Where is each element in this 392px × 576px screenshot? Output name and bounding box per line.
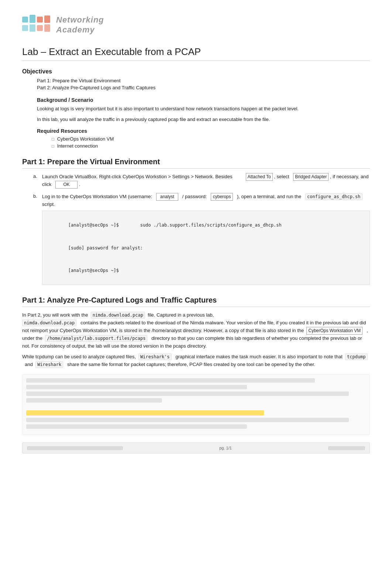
part1b-username: analyst <box>156 193 178 201</box>
part1-item-a: a. Launch Oracle VirtualBox. Right-click… <box>33 173 370 189</box>
resources-subsection: Required Resources CyberOps Workstation … <box>37 128 370 149</box>
background-para2: In this lab, you will analyze the traffi… <box>37 116 370 124</box>
part2-para2: While tcpdump can be used to analyze cap… <box>22 353 370 369</box>
blurred-line-3 <box>26 392 349 396</box>
part1b-code-line3: [analyst@secOps ~]$ <box>68 268 119 273</box>
logo-area: Networking Academy <box>22 15 370 35</box>
part1a-text-before: Launch Oracle VirtualBox. Right-click Cy… <box>42 174 232 179</box>
part1a-text-after: , select <box>274 174 289 179</box>
blurred-line-6 <box>26 424 247 429</box>
part2-para2-before: While tcpdump can be used to analyze cap… <box>22 354 136 359</box>
logo-text: Networking Academy <box>56 15 104 34</box>
part1-label-a: a. <box>33 173 42 179</box>
svg-rect-1 <box>30 15 35 23</box>
cisco-logo-icon <box>22 15 52 35</box>
part2-pcap-file: nimda.download.pcap <box>91 312 145 318</box>
part1b-text-before: Log in to the CyberOps Workstation VM (u… <box>42 194 152 199</box>
part1-content-b: Log in to the CyberOps Workstation VM (u… <box>42 193 370 287</box>
logo-line2: Academy <box>56 25 104 34</box>
background-subsection: Background / Scenario Looking at logs is… <box>37 97 370 124</box>
part1b-code-block: [analyst@secOps ~]$ sudo ./lab.support.f… <box>42 211 370 285</box>
background-para1: Looking at logs is very important but it… <box>37 105 370 113</box>
part1a-ok: OK <box>55 181 78 189</box>
part2-body: In Part 2, you will work with the nimda.… <box>22 311 370 368</box>
svg-rect-4 <box>22 25 28 31</box>
blurred-line-4 <box>26 398 162 403</box>
part2-para1-after: file. Captured in a previous lab, <box>148 312 214 318</box>
svg-rect-7 <box>44 24 50 32</box>
svg-rect-5 <box>30 24 35 32</box>
objectives-item-2: Part 2: Analyze Pre-Captured Logs and Tr… <box>37 85 370 90</box>
part2-para2-end: share the same file format for packet ca… <box>67 362 315 367</box>
resources-list: CyberOps Workstation VM Internet connect… <box>52 136 370 149</box>
svg-rect-6 <box>37 25 43 31</box>
objectives-section: Objectives Part 1: Prepare the Virtual E… <box>22 68 370 90</box>
objectives-item-1: Part 1: Prepare the Virtual Environment <box>37 78 370 83</box>
part1b-password: cyberops <box>211 193 233 201</box>
part2-heading: Part 1: Analyze Pre-Captured Logs and Tr… <box>22 296 370 307</box>
part2-nimda-file: nimda.download.pcap <box>22 320 76 326</box>
objectives-heading: Objectives <box>22 68 370 75</box>
part2-dir-path: /home/analyst/lab.support.files/pcaps <box>45 335 147 342</box>
part2-wireshark: Wireshark's <box>138 353 171 360</box>
footer-bar: pg. 1/1 <box>22 442 370 453</box>
background-heading: Background / Scenario <box>37 97 370 103</box>
resource-item-1: CyberOps Workstation VM <box>52 136 370 142</box>
part2-tcpdump2: tcpdump <box>345 353 368 360</box>
blurred-line-1 <box>26 378 315 383</box>
resources-heading: Required Resources <box>37 128 370 134</box>
footer-center-text: pg. 1/1 <box>219 446 232 450</box>
footer-right-text <box>328 446 365 450</box>
part2-para1-before: In Part 2, you will work with the <box>22 312 88 318</box>
part1b-slash: / password: <box>182 194 207 199</box>
svg-rect-2 <box>37 17 43 23</box>
part1-item-b: b. Log in to the CyberOps Workstation VM… <box>33 193 370 287</box>
part1a-text-final: . <box>79 182 80 187</box>
part2-para2-mid: graphical interface makes the task much … <box>175 354 342 359</box>
part1b-script: configure_as_dhcp.sh <box>305 193 362 200</box>
svg-rect-0 <box>22 17 28 23</box>
blurred-line-2 <box>26 385 247 389</box>
blurred-terminal-block <box>22 374 370 435</box>
part1a-attached-to: Attached To <box>246 173 273 181</box>
resource-item-2: Internet connection <box>52 143 370 149</box>
part1b-text-after: ), open a terminal, and run the <box>237 194 301 199</box>
part2-para1: In Part 2, you will work with the nimda.… <box>22 311 370 350</box>
part1-heading: Part 1: Prepare the Virtual Environment <box>22 158 370 169</box>
logo-line1: Networking <box>56 15 104 24</box>
part2-and: and <box>25 362 33 367</box>
part1-list: a. Launch Oracle VirtualBox. Right-click… <box>33 173 370 287</box>
part1b-code-line2: [sudo] password for analyst: <box>68 245 143 251</box>
part1b-code-line1: [analyst@secOps ~]$ sudo ./lab.support.f… <box>68 223 282 228</box>
page-title: Lab – Extract an Executable from a PCAP <box>22 46 370 61</box>
part1a-adapter: Bridged Adapter <box>293 173 329 181</box>
svg-rect-3 <box>44 15 50 23</box>
part2-vm-label: CyberOps Workstation VM <box>306 327 362 335</box>
part1b-text-end: script. <box>42 201 55 207</box>
part1-content-a: Launch Oracle VirtualBox. Right-click Cy… <box>42 173 370 189</box>
part1-label-b: b. <box>33 193 42 199</box>
footer-left-text <box>27 446 123 450</box>
highlighted-command-line <box>26 410 264 415</box>
blurred-line-5 <box>26 418 349 422</box>
part2-wireshark2: Wireshark <box>35 361 63 368</box>
